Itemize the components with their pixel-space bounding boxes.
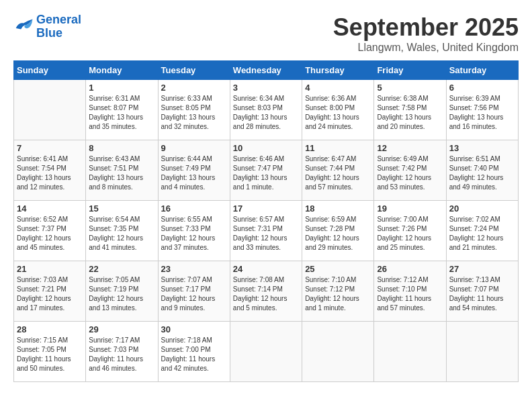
- weekday-header-tuesday: Tuesday: [158, 61, 230, 80]
- sunrise-text: Sunrise: 7:10 AM: [305, 275, 371, 285]
- day-number: 26: [377, 264, 443, 274]
- day-info: Sunrise: 7:12 AM Sunset: 7:10 PM Dayligh…: [377, 275, 443, 313]
- sunset-text: Sunset: 7:31 PM: [233, 224, 299, 234]
- weekday-header-monday: Monday: [86, 61, 158, 80]
- sunset-text: Sunset: 7:42 PM: [377, 164, 443, 173]
- sunrise-text: Sunrise: 6:36 AM: [305, 94, 371, 103]
- day-info: Sunrise: 7:18 AM Sunset: 7:00 PM Dayligh…: [161, 336, 227, 373]
- sunrise-text: Sunrise: 6:39 AM: [449, 94, 515, 103]
- day-number: 9: [161, 143, 227, 153]
- day-info: Sunrise: 7:13 AM Sunset: 7:07 PM Dayligh…: [449, 275, 515, 313]
- sunset-text: Sunset: 7:17 PM: [161, 285, 227, 294]
- sunset-text: Sunset: 7:54 PM: [17, 164, 83, 173]
- calendar-cell: 17 Sunrise: 6:57 AM Sunset: 7:31 PM Dayl…: [230, 201, 302, 261]
- calendar-week-1: 1 Sunrise: 6:31 AM Sunset: 8:07 PM Dayli…: [14, 80, 519, 140]
- day-number: 17: [233, 203, 299, 214]
- calendar-cell: 25 Sunrise: 7:10 AM Sunset: 7:12 PM Dayl…: [302, 261, 374, 322]
- calendar-cell: 26 Sunrise: 7:12 AM Sunset: 7:10 PM Dayl…: [374, 261, 446, 322]
- sunrise-text: Sunrise: 6:47 AM: [305, 154, 371, 164]
- daylight-text: Daylight: 13 hours and 28 minutes.: [233, 113, 299, 132]
- day-info: Sunrise: 7:08 AM Sunset: 7:14 PM Dayligh…: [233, 275, 299, 313]
- sunrise-text: Sunrise: 7:07 AM: [161, 275, 227, 285]
- sunset-text: Sunset: 8:03 PM: [233, 103, 299, 113]
- calendar-cell: 10 Sunrise: 6:46 AM Sunset: 7:47 PM Dayl…: [230, 140, 302, 201]
- calendar-cell: 6 Sunrise: 6:39 AM Sunset: 7:56 PM Dayli…: [446, 80, 518, 140]
- day-number: 13: [449, 143, 515, 153]
- sunset-text: Sunset: 7:40 PM: [449, 164, 515, 173]
- sunrise-text: Sunrise: 7:00 AM: [377, 215, 443, 224]
- daylight-text: Daylight: 12 hours and 33 minutes.: [233, 234, 299, 253]
- day-number: 10: [233, 143, 299, 153]
- calendar-cell: 29 Sunrise: 7:17 AM Sunset: 7:03 PM Dayl…: [86, 322, 158, 382]
- day-number: 24: [233, 264, 299, 274]
- weekday-header-sunday: Sunday: [14, 61, 86, 80]
- sunset-text: Sunset: 7:56 PM: [449, 103, 515, 113]
- daylight-text: Daylight: 11 hours and 50 minutes.: [17, 355, 83, 373]
- day-number: 6: [449, 83, 515, 93]
- sunrise-text: Sunrise: 6:55 AM: [161, 215, 227, 224]
- day-info: Sunrise: 6:54 AM Sunset: 7:35 PM Dayligh…: [89, 215, 154, 253]
- calendar-cell: 5 Sunrise: 6:38 AM Sunset: 7:58 PM Dayli…: [374, 80, 446, 140]
- calendar-cell: 9 Sunrise: 6:44 AM Sunset: 7:49 PM Dayli…: [158, 140, 230, 201]
- sunset-text: Sunset: 7:24 PM: [449, 224, 515, 234]
- day-number: 20: [449, 203, 515, 214]
- calendar-week-2: 7 Sunrise: 6:41 AM Sunset: 7:54 PM Dayli…: [14, 140, 519, 201]
- day-number: 22: [89, 264, 154, 274]
- sunset-text: Sunset: 7:10 PM: [377, 285, 443, 294]
- daylight-text: Daylight: 12 hours and 53 minutes.: [377, 173, 443, 192]
- day-info: Sunrise: 6:51 AM Sunset: 7:40 PM Dayligh…: [449, 154, 515, 192]
- day-number: 12: [377, 143, 443, 153]
- page-header: General Blue September 2025 Llangwm, Wal…: [13, 13, 519, 54]
- sunrise-text: Sunrise: 6:41 AM: [17, 154, 83, 164]
- daylight-text: Daylight: 12 hours and 37 minutes.: [161, 234, 227, 253]
- sunset-text: Sunset: 7:00 PM: [161, 345, 227, 355]
- daylight-text: Daylight: 12 hours and 25 minutes.: [377, 234, 443, 253]
- title-section: September 2025 Llangwm, Wales, United Ki…: [333, 13, 519, 54]
- sunset-text: Sunset: 7:14 PM: [233, 285, 299, 294]
- day-number: 4: [305, 83, 371, 93]
- logo: General Blue: [13, 13, 81, 40]
- calendar-week-5: 28 Sunrise: 7:15 AM Sunset: 7:05 PM Dayl…: [14, 322, 519, 382]
- day-info: Sunrise: 7:07 AM Sunset: 7:17 PM Dayligh…: [161, 275, 227, 313]
- day-number: 7: [17, 143, 83, 153]
- calendar-cell: [230, 322, 302, 382]
- daylight-text: Daylight: 13 hours and 4 minutes.: [161, 173, 227, 192]
- day-info: Sunrise: 6:38 AM Sunset: 7:58 PM Dayligh…: [377, 94, 443, 132]
- calendar-cell: 12 Sunrise: 6:49 AM Sunset: 7:42 PM Dayl…: [374, 140, 446, 201]
- weekday-header-row: SundayMondayTuesdayWednesdayThursdayFrid…: [14, 61, 519, 80]
- day-number: 3: [233, 83, 299, 93]
- sunset-text: Sunset: 7:12 PM: [305, 285, 371, 294]
- day-number: 21: [17, 264, 83, 274]
- sunset-text: Sunset: 7:51 PM: [89, 164, 154, 173]
- sunset-text: Sunset: 7:03 PM: [89, 345, 154, 355]
- calendar-cell: 7 Sunrise: 6:41 AM Sunset: 7:54 PM Dayli…: [14, 140, 86, 201]
- day-info: Sunrise: 6:52 AM Sunset: 7:37 PM Dayligh…: [17, 215, 83, 253]
- day-info: Sunrise: 6:39 AM Sunset: 7:56 PM Dayligh…: [449, 94, 515, 132]
- calendar-cell: 24 Sunrise: 7:08 AM Sunset: 7:14 PM Dayl…: [230, 261, 302, 322]
- calendar-week-3: 14 Sunrise: 6:52 AM Sunset: 7:37 PM Dayl…: [14, 201, 519, 261]
- day-info: Sunrise: 6:44 AM Sunset: 7:49 PM Dayligh…: [161, 154, 227, 192]
- calendar-cell: 14 Sunrise: 6:52 AM Sunset: 7:37 PM Dayl…: [14, 201, 86, 261]
- calendar-cell: [446, 322, 518, 382]
- day-info: Sunrise: 6:46 AM Sunset: 7:47 PM Dayligh…: [233, 154, 299, 192]
- sunrise-text: Sunrise: 6:46 AM: [233, 154, 299, 164]
- calendar-cell: 13 Sunrise: 6:51 AM Sunset: 7:40 PM Dayl…: [446, 140, 518, 201]
- sunrise-text: Sunrise: 6:44 AM: [161, 154, 227, 164]
- sunset-text: Sunset: 7:44 PM: [305, 164, 371, 173]
- daylight-text: Daylight: 11 hours and 57 minutes.: [377, 294, 443, 313]
- sunset-text: Sunset: 7:58 PM: [377, 103, 443, 113]
- calendar-cell: 20 Sunrise: 7:02 AM Sunset: 7:24 PM Dayl…: [446, 201, 518, 261]
- sunrise-text: Sunrise: 7:13 AM: [449, 275, 515, 285]
- calendar-cell: [374, 322, 446, 382]
- sunrise-text: Sunrise: 7:08 AM: [233, 275, 299, 285]
- day-number: 15: [89, 203, 154, 214]
- calendar-cell: 30 Sunrise: 7:18 AM Sunset: 7:00 PM Dayl…: [158, 322, 230, 382]
- logo-text: General Blue: [36, 13, 81, 40]
- day-info: Sunrise: 7:17 AM Sunset: 7:03 PM Dayligh…: [89, 336, 154, 373]
- sunset-text: Sunset: 7:35 PM: [89, 224, 154, 234]
- daylight-text: Daylight: 13 hours and 12 minutes.: [17, 173, 83, 192]
- calendar-cell: 1 Sunrise: 6:31 AM Sunset: 8:07 PM Dayli…: [86, 80, 158, 140]
- sunrise-text: Sunrise: 6:34 AM: [233, 94, 299, 103]
- calendar-cell: 27 Sunrise: 7:13 AM Sunset: 7:07 PM Dayl…: [446, 261, 518, 322]
- day-info: Sunrise: 6:31 AM Sunset: 8:07 PM Dayligh…: [89, 94, 154, 132]
